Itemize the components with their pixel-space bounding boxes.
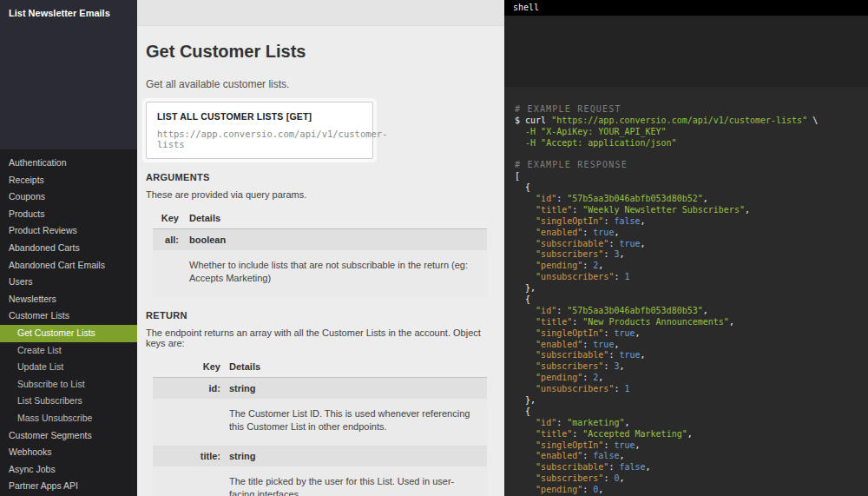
sidebar-item-newsletters[interactable]: Newsletters <box>0 291 137 308</box>
sidebar-title: List Newsletter Emails <box>9 8 110 18</box>
sidebar-item-list-subscribers[interactable]: List Subscribers <box>0 393 137 410</box>
language-bar: shell <box>504 0 868 16</box>
code-line: "unsubscribers": 1 <box>515 384 858 395</box>
return-intro: The endpoint returns an array with all t… <box>146 327 496 348</box>
code-line: "id": "57b5aa3b046abfb053d80b52", <box>515 194 858 205</box>
code-line: "enabled": true, <box>515 228 858 239</box>
code-spacer <box>504 16 868 87</box>
code-sample: # EXAMPLE REQUEST$ curl "https://app.con… <box>515 104 858 496</box>
code-line: { <box>515 407 858 418</box>
code-line: "enabled": true, <box>515 340 858 351</box>
sidebar-header: List Newsletter Emails <box>0 0 137 149</box>
code-line: # EXAMPLE RESPONSE <box>515 160 858 171</box>
code-line: "pending": 0, <box>515 485 858 496</box>
tab-shell[interactable]: shell <box>504 0 548 16</box>
page-title: Get Customer Lists <box>146 42 496 62</box>
table-header: KeyDetails <box>153 208 487 229</box>
sidebar-item-products[interactable]: Products <box>0 206 137 223</box>
sidebar-item-mass-unsubscribe[interactable]: Mass Unsubscribe <box>0 410 137 427</box>
sidebar-item-create-list[interactable]: Create List <box>0 342 137 360</box>
arguments-heading: ARGUMENTS <box>146 172 496 182</box>
sidebar-item-coupons[interactable]: Coupons <box>0 188 137 206</box>
code-line: "pending": 2, <box>515 261 858 272</box>
code-line: "singleOptIn": true, <box>515 328 858 340</box>
main-content: Get Customer Lists Get all available cus… <box>137 0 504 496</box>
code-line: [ <box>515 171 858 182</box>
sidebar-item-product-reviews[interactable]: Product Reviews <box>0 222 137 240</box>
code-line <box>515 149 858 160</box>
arguments-table: KeyDetailsall:booleanWhether to include … <box>153 208 487 297</box>
sidebar-item-get-customer-lists[interactable]: Get Customer Lists <box>0 325 137 342</box>
endpoint-label: LIST ALL CUSTOMER LISTS [GET] <box>157 111 362 122</box>
code-line: $ curl "https://app.conversio.com/api/v1… <box>515 116 858 127</box>
code-line: "subscribers": 0, <box>515 473 858 485</box>
code-line: "unsubscribers": 1 <box>515 272 858 283</box>
arguments-intro: These are provided via query params. <box>146 189 496 200</box>
table-row: id:string <box>153 378 487 399</box>
code-line: { <box>515 182 858 194</box>
sidebar-nav: AuthenticationReceiptsCouponsProductsPro… <box>0 149 137 495</box>
api-docs-app: List Newsletter Emails AuthenticationRec… <box>0 0 868 496</box>
code-block: # EXAMPLE REQUEST$ curl "https://app.con… <box>504 87 868 496</box>
code-line: "pending": 2, <box>515 373 858 384</box>
sidebar-item-partner-apps-api[interactable]: Partner Apps API <box>0 478 137 495</box>
code-line: -H "Accept: application/json" <box>515 138 858 149</box>
content-topbar <box>137 0 504 26</box>
code-panel: shell # EXAMPLE REQUEST$ curl "https://a… <box>504 0 868 496</box>
endpoint-url: https://app.conversio.com/api/v1/custome… <box>157 129 362 149</box>
sidebar-item-customer-lists[interactable]: Customer Lists <box>0 308 137 325</box>
sidebar-item-abandoned-cart-emails[interactable]: Abandoned Cart Emails <box>0 257 137 274</box>
code-line: }, <box>515 395 858 407</box>
sidebar-item-subscribe-to-list[interactable]: Subscribe to List <box>0 376 137 393</box>
sidebar-item-authentication[interactable]: Authentication <box>0 155 137 172</box>
sidebar-item-update-list[interactable]: Update List <box>0 359 137 376</box>
return-table: KeyDetailsid:stringThe Customer List ID.… <box>153 356 487 496</box>
code-line: -H "X-ApiKey: YOUR_API_KEY" <box>515 127 858 138</box>
endpoint-box[interactable]: LIST ALL CUSTOMER LISTS [GET] https://ap… <box>146 102 373 159</box>
table-header: KeyDetails <box>153 356 487 378</box>
code-line: "title": "Accepted Marketing", <box>515 429 858 440</box>
sidebar-item-async-jobs[interactable]: Async Jobs <box>0 461 137 479</box>
code-line: "subscribable": true, <box>515 350 858 361</box>
code-line: "title": "New Products Announcements", <box>515 317 858 328</box>
code-line: "title": "Weekly Newsletter Subscribers"… <box>515 205 858 216</box>
code-line: "enabled": false, <box>515 451 858 462</box>
table-row-description: Whether to include lists that are not su… <box>153 250 487 297</box>
table-row: title:string <box>153 446 487 466</box>
table-row: all:boolean <box>153 229 487 250</box>
code-line: { <box>515 294 858 306</box>
sidebar: List Newsletter Emails AuthenticationRec… <box>0 0 137 496</box>
code-line: "subscribable": false, <box>515 462 858 473</box>
sidebar-item-customer-segments[interactable]: Customer Segments <box>0 427 137 445</box>
code-line: "subscribers": 3, <box>515 361 858 373</box>
sidebar-item-webhooks[interactable]: Webhooks <box>0 444 137 461</box>
code-line: "subscribers": 3, <box>515 249 858 261</box>
code-line: # EXAMPLE REQUEST <box>515 104 858 116</box>
content-body: Get Customer Lists Get all available cus… <box>137 26 504 496</box>
code-line: "singleOptIn": true, <box>515 440 858 452</box>
page-subtitle: Get all available customer lists. <box>146 78 496 90</box>
sidebar-item-users[interactable]: Users <box>0 274 137 291</box>
code-line: "singleOptIn": false, <box>515 216 858 228</box>
sidebar-item-receipts[interactable]: Receipts <box>0 172 137 189</box>
code-line: }, <box>515 283 858 294</box>
code-line: "id": "marketing", <box>515 418 858 429</box>
table-row-description: The Customer List ID. This is used whene… <box>153 399 487 446</box>
sidebar-item-abandoned-carts[interactable]: Abandoned Carts <box>0 240 137 257</box>
code-line: "subscribable": true, <box>515 239 858 250</box>
table-row-description: The title picked by the user for this Li… <box>153 466 487 496</box>
code-line: "id": "57b5aa3b046abfb053d80b53", <box>515 306 858 317</box>
return-heading: RETURN <box>146 310 496 321</box>
